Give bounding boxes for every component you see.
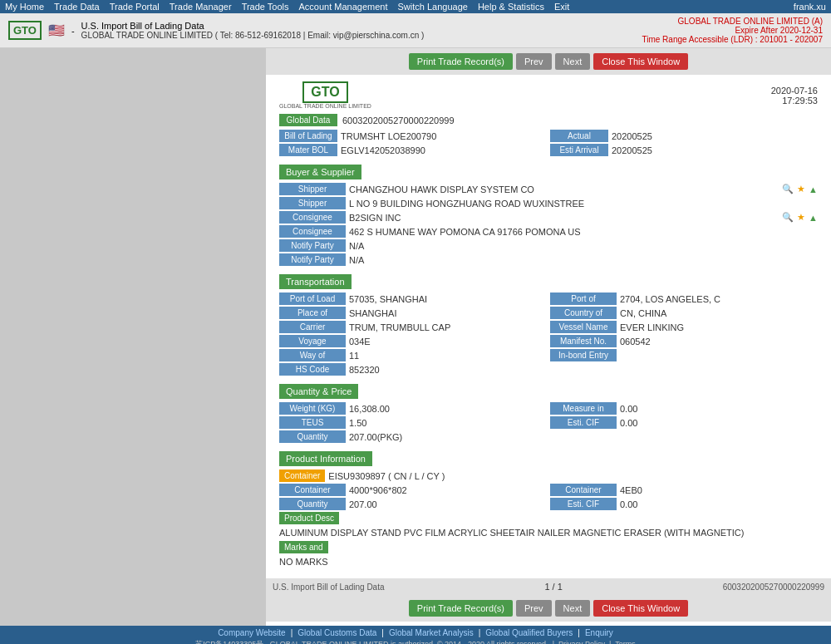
transport-col2-1: Country of CN, CHINA <box>550 307 818 319</box>
quantity-row-2: Quantity 207.00(PKG) <box>279 430 818 443</box>
quantity-label2-0: Measure in <box>550 402 617 415</box>
star-icon-2[interactable]: ★ <box>797 212 805 223</box>
star-icon-1[interactable]: ★ <box>797 184 805 194</box>
buyer-supplier-header: Buyer & Supplier <box>279 165 361 179</box>
footer-enquiry[interactable]: Enquiry <box>585 628 613 637</box>
up-icon-1[interactable]: ▲ <box>809 184 818 194</box>
nav-tradedata[interactable]: Trade Data <box>54 2 100 12</box>
nav-trademanager[interactable]: Trade Manager <box>170 2 232 12</box>
main-content: Print Trade Record(s) Prev Next Close Th… <box>266 48 831 626</box>
actual-pair: Actual 20200525 <box>550 130 818 142</box>
nav-switchlanguage[interactable]: Switch Language <box>398 2 468 12</box>
bottom-record-id: 6003202005270000220999 <box>723 583 824 592</box>
quantity-row-1: TEUS 1.50 Esti. CIF 0.00 <box>279 416 818 429</box>
flag-icon: 🇺🇸 <box>48 22 65 38</box>
print-button-top[interactable]: Print Trade Record(s) <box>409 53 513 70</box>
search-icon-2[interactable]: 🔍 <box>782 212 794 223</box>
bottom-toolbar: Print Trade Record(s) Prev Next Close Th… <box>266 595 831 622</box>
mater-bol-row: Mater BOL EGLV142052038990 Esti Arrival … <box>279 144 818 156</box>
prev-button-top[interactable]: Prev <box>516 53 552 70</box>
nav-links: My Home Trade Data Trade Portal Trade Ma… <box>5 2 569 12</box>
quantity-price-header: Quantity & Price <box>279 384 358 399</box>
header-right: GLOBAL TRADE ONLINE LIMITED (A) Expire A… <box>642 17 823 44</box>
footer-privacy[interactable]: Privacy Policy <box>558 640 605 644</box>
product-rows: Container 4000*906*802 Container 4EB0 Qu… <box>279 484 818 510</box>
product-label2-1: Esti. CIF <box>550 498 617 510</box>
transport-col1-4: Way of 11 <box>279 349 547 361</box>
shipper-label-2: Shipper <box>279 197 346 209</box>
transport-row-0: Port of Load 57035, SHANGHAI Port of 270… <box>279 293 818 305</box>
transport-col1-0: Port of Load 57035, SHANGHAI <box>279 293 547 305</box>
product-value1-0: 4000*906*802 <box>349 485 547 495</box>
prev-button-bottom[interactable]: Prev <box>516 600 552 617</box>
container-badge-row: Container EISU9309897 ( CN / L / CY ) <box>279 469 818 482</box>
nav-myhome[interactable]: My Home <box>5 2 44 12</box>
notify-party-row-2: Notify Party N/A <box>279 253 818 266</box>
quantity-label1-1: TEUS <box>279 416 346 429</box>
consignee-value-1: B2SIGN INC <box>349 213 779 223</box>
footer-customs-data[interactable]: Global Customs Data <box>297 628 376 637</box>
transport-value1-5: 852320 <box>349 365 818 375</box>
bol-value: TRUMSHT LOE200790 <box>341 131 547 141</box>
bol-label: Bill of Lading <box>279 130 337 142</box>
transport-label2-1: Country of <box>550 307 617 319</box>
shipper-value-1: CHANGZHOU HAWK DISPLAY SYSTEM CO <box>349 184 779 194</box>
transport-row-4: Way of 11 In-bond Entry <box>279 349 818 361</box>
transport-col1-5: HS Code 852320 <box>279 363 818 376</box>
transport-value1-3: 034E <box>349 337 547 347</box>
transport-label1-4: Way of <box>279 349 346 361</box>
search-icon-1[interactable]: 🔍 <box>782 184 794 194</box>
document-content: GTO GLOBAL TRADE ONLINE LIMITED 2020-07-… <box>266 75 831 578</box>
next-button-bottom[interactable]: Next <box>555 600 591 617</box>
product-row-0: Container 4000*906*802 Container 4EB0 <box>279 484 818 496</box>
transport-col1-3: Voyage 034E <box>279 335 547 347</box>
materbol-label: Mater BOL <box>279 144 337 156</box>
transport-col2-4: In-bond Entry <box>550 349 818 361</box>
footer-terms[interactable]: Terms <box>615 640 636 644</box>
product-col1-1: Quantity 207.00 <box>279 498 547 510</box>
transport-value2-3: 060542 <box>620 337 818 347</box>
quantity-label1-2: Quantity <box>279 430 346 443</box>
consignee-label-2: Consignee <box>279 225 346 238</box>
document-date: 2020-07-16 <box>771 86 818 96</box>
nav-helpstatistics[interactable]: Help & Statistics <box>478 2 544 12</box>
close-button-bottom[interactable]: Close This Window <box>593 600 688 617</box>
quantity-col2-0: Measure in 0.00 <box>550 402 818 415</box>
marks-section: Marks and <box>279 541 818 555</box>
consignee-row-2: Consignee 462 S HUMANE WAY POMONA CA 917… <box>279 225 818 238</box>
transport-value1-2: TRUM, TRUMBULL CAP <box>349 322 547 332</box>
footer-qualified-buyers[interactable]: Global Qualified Buyers <box>485 628 573 637</box>
header-left: GTO 🇺🇸 - U.S. Import Bill of Lading Data… <box>8 21 424 40</box>
nav-exit[interactable]: Exit <box>554 2 569 12</box>
page-footer: Company Website | Global Customs Data | … <box>0 626 831 644</box>
up-icon-2[interactable]: ▲ <box>809 213 818 223</box>
next-button-top[interactable]: Next <box>555 53 591 70</box>
transport-col1-2: Carrier TRUM, TRUMBULL CAP <box>279 321 547 333</box>
nav-accountmanagement[interactable]: Account Management <box>299 2 388 12</box>
shipper-value-2: L NO 9 BUILDING HONGZHUANG ROAD WUXINSTR… <box>349 199 818 209</box>
header-expire: Expire After 2020-12-31 <box>642 26 823 35</box>
quantity-rows: Weight (KG) 16,308.00 Measure in 0.00 TE… <box>279 402 818 443</box>
footer-company-website[interactable]: Company Website <box>218 628 286 637</box>
transport-label1-2: Carrier <box>279 321 346 333</box>
document-datetime: 2020-07-16 17:29:53 <box>771 86 818 106</box>
quantity-value1-1: 1.50 <box>349 418 547 428</box>
transportation-header: Transportation <box>279 274 352 289</box>
gto-logo: GTO <box>8 21 42 40</box>
transport-row-1: Place of SHANGHAI Country of CN, CHINA <box>279 307 818 319</box>
header-company-line: GLOBAL TRADE ONLINE LIMITED ( Tel: 86-51… <box>81 31 425 40</box>
top-navigation: My Home Trade Data Trade Portal Trade Ma… <box>0 0 831 13</box>
product-desc-label: Product Desc <box>279 512 339 524</box>
nav-tradetools[interactable]: Trade Tools <box>242 2 289 12</box>
esti-arrival-pair: Esti Arrival 20200525 <box>550 144 818 156</box>
transport-value2-2: EVER LINKING <box>620 322 818 332</box>
close-button-top[interactable]: Close This Window <box>593 53 688 70</box>
footer-market-analysis[interactable]: Global Market Analysis <box>389 628 474 637</box>
shipper-row-2: Shipper L NO 9 BUILDING HONGZHUANG ROAD … <box>279 197 818 209</box>
footer-copyright: 苏ICP备14033305号 GLOBAL TRADE ONLINE LIMIT… <box>7 639 824 644</box>
print-button-bottom[interactable]: Print Trade Record(s) <box>409 600 513 617</box>
quantity-col1-2: Quantity 207.00(PKG) <box>279 430 818 443</box>
product-value2-1: 0.00 <box>620 499 818 509</box>
consignee-row-1: Consignee B2SIGN INC 🔍 ★ ▲ <box>279 211 818 224</box>
nav-tradeportal[interactable]: Trade Portal <box>110 2 160 12</box>
